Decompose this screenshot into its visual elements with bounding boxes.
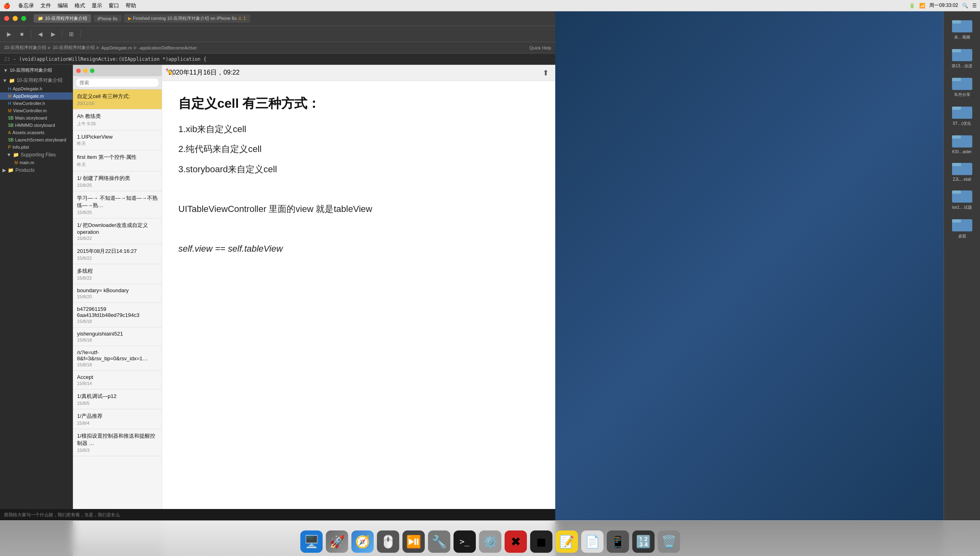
- folder-item-0[interactable]: 未…视频: [947, 15, 977, 42]
- notes-search-input[interactable]: [76, 79, 158, 87]
- tab-project[interactable]: 📁 10-应用程序对象介绍: [34, 14, 91, 23]
- nav-products[interactable]: ▶ 📁 Products: [0, 166, 73, 174]
- share-note-button[interactable]: ⬆: [543, 68, 549, 77]
- close-button[interactable]: [4, 16, 9, 21]
- dock-notes[interactable]: 📝: [556, 524, 578, 553]
- menu-file[interactable]: 文件: [41, 2, 51, 9]
- note-item-11[interactable]: yishenguishiaini521 15/8/18: [73, 327, 162, 346]
- menu-beiyilu[interactable]: 备忘录: [18, 2, 34, 9]
- note-item-15[interactable]: 1/产品推荐 15/8/4: [73, 409, 162, 429]
- folder-item-4[interactable]: KSl…aster: [947, 130, 977, 156]
- folder-item-2[interactable]: 车丹分享: [947, 73, 977, 99]
- edit-note-button[interactable]: ✏️: [165, 68, 173, 76]
- minimize-button[interactable]: [13, 16, 18, 21]
- menu-window[interactable]: 窗口: [109, 2, 119, 9]
- run-status-icon: ▶: [128, 16, 131, 21]
- folder-item-3[interactable]: 07…(优化: [947, 102, 977, 128]
- maximize-button[interactable]: [21, 16, 26, 21]
- notes-minimize[interactable]: [83, 68, 88, 73]
- dock-other1[interactable]: ◼: [530, 524, 552, 553]
- folder-item-5[interactable]: ZJL…etail: [947, 158, 977, 183]
- toolbar-forward[interactable]: ▶: [47, 29, 59, 39]
- notes-search-bar[interactable]: [73, 76, 162, 90]
- sep2: [62, 30, 62, 38]
- apple-menu[interactable]: 🍎: [3, 2, 10, 9]
- breadcrumb-1[interactable]: 10-应用程序对象介绍: [4, 45, 46, 51]
- nav-assets[interactable]: A Assets.xcassets: [0, 129, 73, 136]
- menu-edit[interactable]: 编辑: [58, 2, 68, 9]
- note-item-13[interactable]: Accept 15/8/14: [73, 371, 162, 389]
- tab-device[interactable]: iPhone 6s: [94, 15, 122, 22]
- spotlight-icon[interactable]: 🔍: [962, 3, 968, 9]
- nav-group-header[interactable]: ▼ 📁 10-应用程序对象介绍: [0, 76, 73, 85]
- menu-format[interactable]: 格式: [75, 2, 85, 9]
- note-body[interactable]: 自定义cell 有三种方式： 1.xib来自定义cell 2.纯代码来自定义ce…: [162, 81, 555, 556]
- note-item-0[interactable]: 自定义cell 有三种方式: 20/11/16: [73, 90, 162, 109]
- note-date-13: 15/8/14: [77, 381, 158, 386]
- nav-launch[interactable]: SB LaunchScreen.storyboard: [0, 136, 73, 143]
- folder-item-7[interactable]: 桌面: [947, 214, 977, 241]
- note-item-3[interactable]: first item 第一个控件·属性 昨天: [73, 150, 162, 171]
- other1-icon: ◼: [530, 530, 552, 553]
- note-item-7[interactable]: 2015年08月22日14:16:27 15/8/22: [73, 244, 162, 264]
- nav-main-storyboard[interactable]: SB Main.storyboard: [0, 114, 73, 122]
- nav-main-m[interactable]: M main.m: [0, 159, 73, 166]
- breadcrumb-3[interactable]: AppDelegate.m: [101, 45, 132, 50]
- dock-quicktime[interactable]: ⏯️: [402, 524, 425, 553]
- nav-supporting-files[interactable]: ▼ 📁 Supporting Files: [0, 151, 73, 159]
- menu-help[interactable]: 帮助: [126, 2, 136, 9]
- tab-run[interactable]: ▶ Finished running 10-应用程序对象介绍 on iPhone…: [124, 14, 250, 23]
- file-icon: SB: [8, 138, 13, 142]
- breadcrumb-4[interactable]: -applicationDidBecomeActive:: [139, 45, 198, 50]
- dock-tools[interactable]: 🔧: [428, 524, 450, 553]
- notification-icon[interactable]: ☰: [972, 3, 977, 9]
- note-item-8[interactable]: 多线程 15/8/22: [73, 264, 162, 284]
- dock-mouse[interactable]: 🖱️: [377, 524, 399, 553]
- note-item-14[interactable]: 1/真机调试—p12 15/8/5: [73, 389, 162, 409]
- note-item-12[interactable]: /s?ie=utf-8&f=3&rsv_bp=0&rsv_idx=1… 15/8…: [73, 346, 162, 371]
- dock-launchpad[interactable]: 🚀: [326, 524, 348, 553]
- note-item-6[interactable]: 1/ 把Downloader改造成自定义operation 15/8/22: [73, 218, 162, 244]
- dock-calculator[interactable]: 🔢: [632, 524, 655, 553]
- dock-trash[interactable]: 🗑️: [658, 524, 680, 553]
- note-item-4[interactable]: 1/ 创建了网络操作的类 15/8/25: [73, 171, 162, 191]
- dock-finder[interactable]: 🖥️: [300, 524, 323, 553]
- file-name: AppDelegate.h: [13, 86, 42, 91]
- note-item-2[interactable]: 1.UIPickerView 昨天: [73, 130, 162, 150]
- toolbar-back[interactable]: ◀: [34, 29, 46, 39]
- note-item-5[interactable]: 学习—→ 不知道—→知道—→不熟练—→熟… 15/8/25: [73, 191, 162, 218]
- sep3: [80, 30, 81, 38]
- note-item-16[interactable]: 1/模拟设置控制器和推送和提醒控制器 … 15/8/3: [73, 429, 162, 456]
- dock-simulator[interactable]: 📱: [607, 524, 629, 553]
- breadcrumb-2[interactable]: 10-应用程序对象介绍: [53, 45, 95, 51]
- nav-project-name[interactable]: 10-应用程序对象介绍: [10, 67, 52, 73]
- notes-close[interactable]: [76, 68, 81, 73]
- nav-info-plist[interactable]: P Info.plist: [0, 143, 73, 151]
- file-icon: H: [8, 87, 11, 91]
- note-title-0: 自定义cell 有三种方式:: [77, 93, 158, 100]
- note-item-9[interactable]: boundary= kBoundary 15/8/20: [73, 284, 162, 303]
- note-item-10[interactable]: b472961159 6aa413fd1b48ed79c194c3 15/8/1…: [73, 303, 162, 327]
- file-icon: M: [15, 160, 18, 165]
- dock-preferences[interactable]: ⚙️: [479, 524, 501, 553]
- dock-terminal[interactable]: >_: [454, 524, 476, 553]
- note-item-1[interactable]: Ah 教练类 上午 9:26: [73, 109, 162, 130]
- nav-appdelegate-m[interactable]: M AppDelegate.m: [0, 92, 73, 100]
- notes-maximize[interactable]: [90, 68, 94, 73]
- toolbar-run[interactable]: ▶: [3, 29, 15, 39]
- toolbar-layout[interactable]: ⊞: [66, 29, 77, 39]
- dock-safari[interactable]: 🧭: [351, 524, 374, 553]
- folder-item-1[interactable]: 第13…业进: [947, 44, 977, 71]
- menu-view[interactable]: 显示: [92, 2, 102, 9]
- tab-project-label: 10-应用程序对象介绍: [45, 15, 87, 21]
- dock-xmind[interactable]: ✖: [505, 524, 527, 553]
- file-icon: SB: [8, 116, 13, 120]
- nav-appdelegate-h[interactable]: H AppDelegate.h: [0, 85, 73, 92]
- folder-item-6[interactable]: ios1…试题: [947, 186, 977, 212]
- toolbar-stop[interactable]: ■: [16, 29, 28, 39]
- nav-viewcontroller-h[interactable]: H ViewController.h: [0, 100, 73, 107]
- nav-viewcontroller-m[interactable]: M ViewController.m: [0, 107, 73, 114]
- nav-hmmmd-storyboard[interactable]: SB HMMMD.storyboard: [0, 122, 73, 129]
- note-content-header: 2020年11月16日，09:22 ⬆: [162, 65, 555, 81]
- dock-preview[interactable]: 📄: [581, 524, 603, 553]
